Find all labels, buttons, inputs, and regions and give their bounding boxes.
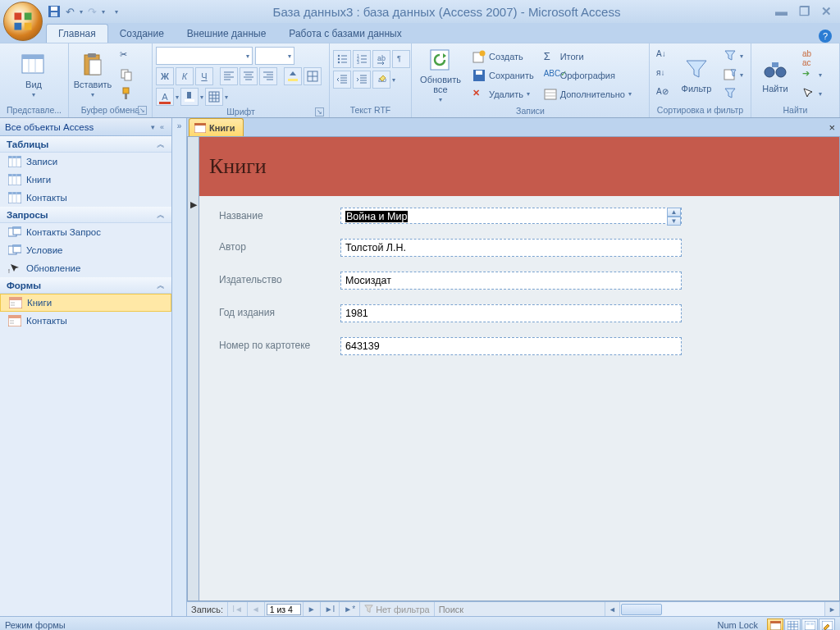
scroll-right-button[interactable]: ► (825, 602, 840, 616)
scroll-left-button[interactable]: ◄ (605, 602, 620, 616)
record-position-input[interactable] (267, 604, 301, 615)
next-record-button[interactable]: ► (304, 602, 321, 616)
select-button[interactable]: ▾ (799, 84, 825, 103)
chevron-down-icon[interactable]: ▾ (392, 76, 395, 84)
dialog-launcher-icon[interactable]: ↘ (315, 107, 324, 116)
advanced-filter-button[interactable]: ▾ (720, 66, 746, 84)
tab-create[interactable]: Создание (108, 25, 176, 43)
nav-group-header[interactable]: Формы︽ (0, 277, 171, 294)
redo-dropdown-icon[interactable]: ▾ (102, 8, 105, 16)
shutter-bar[interactable]: » (172, 118, 187, 616)
field-input[interactable]: Мосиздат (340, 272, 682, 290)
new-record-button[interactable]: Создать (469, 48, 537, 66)
find-button[interactable]: Найти (755, 54, 796, 95)
record-selector[interactable]: ▶ (188, 137, 199, 600)
more-button[interactable]: Дополнительно▾ (541, 85, 635, 103)
fill-color-button[interactable] (284, 67, 302, 85)
nav-group-header[interactable]: Запросы︽ (0, 207, 171, 223)
datasheet-view-button[interactable] (784, 619, 801, 631)
font-color-button[interactable]: A (156, 88, 174, 106)
save-record-button[interactable]: Сохранить (469, 66, 537, 84)
sort-asc-button[interactable]: A↓ (653, 47, 673, 65)
font-size-combo[interactable] (255, 47, 294, 65)
align-left-button[interactable] (220, 67, 238, 85)
maximize-button[interactable]: ❐ (799, 4, 810, 19)
minimize-button[interactable]: ▬ (775, 4, 788, 19)
nav-item[interactable]: Контакты (0, 312, 171, 330)
close-button[interactable]: ✕ (821, 4, 832, 19)
clear-sort-button[interactable]: A⊘ (653, 84, 673, 103)
increase-indent-button[interactable] (353, 71, 371, 89)
dialog-launcher-icon[interactable]: ↘ (138, 106, 147, 115)
tab-home[interactable]: Главная (46, 24, 108, 43)
field-input[interactable]: Война и Мир▲▼ (340, 208, 682, 224)
undo-icon[interactable]: ↶ (66, 6, 75, 18)
form-view-button[interactable] (767, 619, 783, 631)
first-record-button[interactable]: I◄ (228, 602, 248, 616)
totals-button[interactable]: ΣИтоги (541, 48, 635, 66)
chevron-down-icon[interactable]: ▾ (225, 94, 228, 101)
filter-button[interactable]: Фильтр (676, 54, 717, 95)
replace-button[interactable]: abac (799, 47, 825, 65)
align-right-button[interactable] (259, 67, 277, 85)
last-record-button[interactable]: ►I (321, 602, 340, 616)
filter-indicator[interactable]: Нет фильтра (360, 602, 435, 616)
align-center-button[interactable] (240, 67, 258, 85)
nav-item[interactable]: Книги (0, 171, 171, 189)
chevron-down-icon[interactable]: ▾ (200, 94, 203, 101)
refresh-all-button[interactable]: Обновить все ▾ (415, 45, 466, 105)
ltr-button[interactable]: ab (372, 50, 390, 68)
decrease-indent-button[interactable] (333, 71, 351, 89)
layout-view-button[interactable] (801, 619, 818, 631)
field-input[interactable]: 1981 (340, 304, 682, 322)
office-button[interactable] (3, 2, 43, 41)
cut-button[interactable]: ✂ (116, 47, 136, 65)
spelling-button[interactable]: ABC✓Орфография (541, 66, 635, 84)
new-record-nav-button[interactable]: ►* (340, 602, 360, 616)
nav-item[interactable]: Записи (0, 153, 171, 171)
nav-group-header[interactable]: Таблицы︽ (0, 136, 171, 153)
paste-button[interactable]: Вставить ▾ (72, 50, 113, 100)
nav-item[interactable]: Контакты (0, 189, 171, 207)
scrollbar-thumb[interactable] (621, 604, 662, 615)
bullets-button[interactable] (333, 50, 351, 68)
close-tab-button[interactable]: × (829, 121, 835, 134)
toggle-filter-button[interactable] (720, 84, 746, 103)
collapse-icon[interactable]: « (160, 123, 164, 131)
delete-record-button[interactable]: ✕Удалить▾ (469, 85, 537, 103)
nav-item[interactable]: Контакты Запрос (0, 223, 171, 241)
doc-tab-books[interactable]: Книги (189, 118, 244, 136)
rtl-button[interactable]: ¶ (392, 50, 410, 68)
field-input[interactable]: Толстой Л.Н. (340, 239, 682, 257)
help-button[interactable]: ? (819, 30, 832, 43)
goto-button[interactable]: ➔▾ (799, 66, 825, 84)
chevron-down-icon[interactable]: ▾ (151, 123, 155, 131)
underline-button[interactable]: Ч (195, 67, 213, 85)
tab-external-data[interactable]: Внешние данные (176, 25, 278, 43)
scroll-up-icon[interactable]: ▲ (667, 208, 681, 217)
prev-record-button[interactable]: ◄ (248, 602, 265, 616)
format-painter-button[interactable] (116, 84, 136, 103)
gridlines-button[interactable] (304, 67, 322, 85)
font-name-combo[interactable] (156, 47, 253, 65)
selection-filter-button[interactable]: ▾ (720, 47, 746, 65)
undo-dropdown-icon[interactable]: ▾ (80, 8, 83, 16)
nav-item[interactable]: !Обновление (0, 259, 171, 277)
copy-button[interactable] (116, 66, 136, 84)
nav-item[interactable]: Книги (0, 294, 171, 312)
alt-gridlines-button[interactable] (205, 88, 223, 106)
chevron-down-icon[interactable]: ▾ (176, 94, 179, 101)
redo-icon[interactable]: ↷ (88, 6, 97, 18)
highlight-button[interactable] (180, 88, 199, 106)
nav-item[interactable]: Условие (0, 241, 171, 259)
horizontal-scrollbar[interactable] (620, 602, 825, 616)
bold-button[interactable]: Ж (156, 67, 174, 85)
italic-button[interactable]: К (176, 67, 194, 85)
nav-pane-header[interactable]: Все объекты Access ▾ « (0, 118, 171, 136)
field-input[interactable]: 643139 (340, 337, 682, 355)
view-button[interactable]: Вид ▾ (3, 50, 64, 100)
numbering-button[interactable]: 123 (353, 50, 371, 68)
tab-database-tools[interactable]: Работа с базами данных (277, 25, 413, 43)
save-icon[interactable] (48, 5, 61, 18)
search-box[interactable]: Поиск (435, 602, 605, 616)
